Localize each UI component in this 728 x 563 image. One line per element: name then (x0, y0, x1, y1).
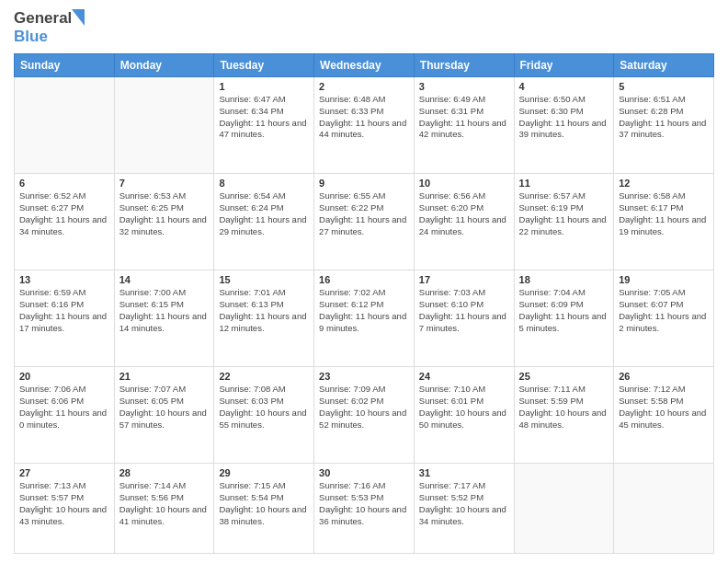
calendar-cell: 14Sunrise: 7:00 AM Sunset: 6:15 PM Dayli… (114, 270, 214, 367)
day-info: Sunrise: 6:51 AM Sunset: 6:28 PM Dayligh… (619, 94, 709, 141)
calendar-cell: 25Sunrise: 7:11 AM Sunset: 5:59 PM Dayli… (514, 367, 614, 464)
day-header-friday: Friday (514, 54, 614, 77)
day-number: 7 (119, 178, 210, 189)
calendar-cell (614, 464, 714, 554)
day-info: Sunrise: 7:05 AM Sunset: 6:07 PM Dayligh… (619, 287, 709, 334)
day-number: 14 (119, 274, 210, 285)
day-info: Sunrise: 6:56 AM Sunset: 6:20 PM Dayligh… (419, 190, 509, 237)
header-row: SundayMondayTuesdayWednesdayThursdayFrid… (15, 54, 714, 77)
calendar-cell: 22Sunrise: 7:08 AM Sunset: 6:03 PM Dayli… (214, 367, 314, 464)
day-number: 20 (19, 371, 109, 382)
calendar-cell: 13Sunrise: 6:59 AM Sunset: 6:16 PM Dayli… (15, 270, 115, 367)
day-info: Sunrise: 7:01 AM Sunset: 6:13 PM Dayligh… (219, 287, 309, 334)
calendar-cell: 27Sunrise: 7:13 AM Sunset: 5:57 PM Dayli… (15, 464, 115, 554)
day-number: 17 (419, 274, 509, 285)
logo-blue: Blue (14, 28, 48, 45)
day-number: 1 (219, 81, 309, 92)
calendar-cell: 31Sunrise: 7:17 AM Sunset: 5:52 PM Dayli… (414, 464, 514, 554)
day-number: 25 (519, 371, 609, 382)
day-info: Sunrise: 6:59 AM Sunset: 6:16 PM Dayligh… (19, 287, 109, 334)
logo-general: General (14, 9, 72, 28)
day-info: Sunrise: 6:52 AM Sunset: 6:27 PM Dayligh… (19, 190, 109, 237)
week-row-5: 27Sunrise: 7:13 AM Sunset: 5:57 PM Dayli… (15, 464, 714, 554)
day-number: 21 (119, 371, 210, 382)
day-number: 26 (619, 371, 709, 382)
calendar-cell: 20Sunrise: 7:06 AM Sunset: 6:06 PM Dayli… (15, 367, 115, 464)
calendar-cell: 4Sunrise: 6:50 AM Sunset: 6:30 PM Daylig… (514, 77, 614, 174)
day-info: Sunrise: 6:49 AM Sunset: 6:31 PM Dayligh… (419, 94, 509, 141)
week-row-1: 1Sunrise: 6:47 AM Sunset: 6:34 PM Daylig… (15, 77, 714, 174)
week-row-2: 6Sunrise: 6:52 AM Sunset: 6:27 PM Daylig… (15, 174, 714, 270)
day-info: Sunrise: 6:54 AM Sunset: 6:24 PM Dayligh… (219, 190, 309, 237)
calendar-cell: 9Sunrise: 6:55 AM Sunset: 6:22 PM Daylig… (314, 174, 415, 270)
day-number: 18 (519, 274, 609, 285)
day-number: 24 (419, 371, 509, 382)
day-number: 27 (19, 467, 109, 478)
day-info: Sunrise: 7:04 AM Sunset: 6:09 PM Dayligh… (519, 287, 609, 334)
calendar-cell: 16Sunrise: 7:02 AM Sunset: 6:12 PM Dayli… (314, 270, 415, 367)
calendar-cell: 12Sunrise: 6:58 AM Sunset: 6:17 PM Dayli… (614, 174, 714, 270)
calendar-cell: 21Sunrise: 7:07 AM Sunset: 6:05 PM Dayli… (114, 367, 214, 464)
calendar-cell: 11Sunrise: 6:57 AM Sunset: 6:19 PM Dayli… (514, 174, 614, 270)
day-info: Sunrise: 7:08 AM Sunset: 6:03 PM Dayligh… (219, 384, 309, 431)
logo-triangle-icon (72, 9, 85, 28)
week-row-4: 20Sunrise: 7:06 AM Sunset: 6:06 PM Dayli… (15, 367, 714, 464)
day-info: Sunrise: 7:13 AM Sunset: 5:57 PM Dayligh… (19, 480, 109, 527)
day-number: 9 (319, 178, 409, 189)
day-info: Sunrise: 6:53 AM Sunset: 6:25 PM Dayligh… (119, 190, 210, 237)
calendar-cell (114, 77, 214, 174)
day-header-wednesday: Wednesday (314, 54, 415, 77)
day-number: 2 (319, 81, 409, 92)
day-info: Sunrise: 7:10 AM Sunset: 6:01 PM Dayligh… (419, 384, 509, 431)
day-number: 16 (319, 274, 409, 285)
day-header-saturday: Saturday (614, 54, 714, 77)
day-info: Sunrise: 7:16 AM Sunset: 5:53 PM Dayligh… (319, 480, 409, 527)
day-info: Sunrise: 6:57 AM Sunset: 6:19 PM Dayligh… (519, 190, 609, 237)
day-info: Sunrise: 7:14 AM Sunset: 5:56 PM Dayligh… (119, 480, 210, 527)
day-info: Sunrise: 6:50 AM Sunset: 6:30 PM Dayligh… (519, 94, 609, 141)
calendar-cell: 10Sunrise: 6:56 AM Sunset: 6:20 PM Dayli… (414, 174, 514, 270)
calendar-cell: 8Sunrise: 6:54 AM Sunset: 6:24 PM Daylig… (214, 174, 314, 270)
calendar-cell: 28Sunrise: 7:14 AM Sunset: 5:56 PM Dayli… (114, 464, 214, 554)
calendar-cell: 29Sunrise: 7:15 AM Sunset: 5:54 PM Dayli… (214, 464, 314, 554)
day-info: Sunrise: 7:03 AM Sunset: 6:10 PM Dayligh… (419, 287, 509, 334)
day-number: 10 (419, 178, 509, 189)
page: GeneralBlue SundayMondayTuesdayWednesday… (0, 0, 728, 563)
day-info: Sunrise: 6:47 AM Sunset: 6:34 PM Dayligh… (219, 94, 309, 141)
day-number: 31 (419, 467, 509, 478)
day-number: 30 (319, 467, 409, 478)
day-info: Sunrise: 7:07 AM Sunset: 6:05 PM Dayligh… (119, 384, 210, 431)
calendar-cell: 2Sunrise: 6:48 AM Sunset: 6:33 PM Daylig… (314, 77, 415, 174)
calendar-cell: 23Sunrise: 7:09 AM Sunset: 6:02 PM Dayli… (314, 367, 415, 464)
day-info: Sunrise: 7:09 AM Sunset: 6:02 PM Dayligh… (319, 384, 409, 431)
day-info: Sunrise: 6:58 AM Sunset: 6:17 PM Dayligh… (619, 190, 709, 237)
day-header-tuesday: Tuesday (214, 54, 314, 77)
day-header-thursday: Thursday (414, 54, 514, 77)
day-number: 19 (619, 274, 709, 285)
day-info: Sunrise: 6:48 AM Sunset: 6:33 PM Dayligh… (319, 94, 409, 141)
day-info: Sunrise: 7:02 AM Sunset: 6:12 PM Dayligh… (319, 287, 409, 334)
day-number: 5 (619, 81, 709, 92)
day-number: 8 (219, 178, 309, 189)
logo: GeneralBlue (14, 9, 85, 46)
day-info: Sunrise: 7:11 AM Sunset: 5:59 PM Dayligh… (519, 384, 609, 431)
day-info: Sunrise: 7:00 AM Sunset: 6:15 PM Dayligh… (119, 287, 210, 334)
calendar-table: SundayMondayTuesdayWednesdayThursdayFrid… (14, 53, 714, 554)
day-info: Sunrise: 6:55 AM Sunset: 6:22 PM Dayligh… (319, 190, 409, 237)
calendar-cell: 1Sunrise: 6:47 AM Sunset: 6:34 PM Daylig… (214, 77, 314, 174)
calendar-cell: 19Sunrise: 7:05 AM Sunset: 6:07 PM Dayli… (614, 270, 714, 367)
day-info: Sunrise: 7:06 AM Sunset: 6:06 PM Dayligh… (19, 384, 109, 431)
day-number: 13 (19, 274, 109, 285)
calendar-cell: 30Sunrise: 7:16 AM Sunset: 5:53 PM Dayli… (314, 464, 415, 554)
svg-marker-0 (72, 9, 85, 26)
day-header-sunday: Sunday (15, 54, 115, 77)
day-number: 6 (19, 178, 109, 189)
calendar-cell: 17Sunrise: 7:03 AM Sunset: 6:10 PM Dayli… (414, 270, 514, 367)
day-info: Sunrise: 7:15 AM Sunset: 5:54 PM Dayligh… (219, 480, 309, 527)
day-number: 29 (219, 467, 309, 478)
calendar-cell (514, 464, 614, 554)
calendar-cell: 6Sunrise: 6:52 AM Sunset: 6:27 PM Daylig… (15, 174, 115, 270)
day-number: 4 (519, 81, 609, 92)
calendar-cell: 15Sunrise: 7:01 AM Sunset: 6:13 PM Dayli… (214, 270, 314, 367)
week-row-3: 13Sunrise: 6:59 AM Sunset: 6:16 PM Dayli… (15, 270, 714, 367)
